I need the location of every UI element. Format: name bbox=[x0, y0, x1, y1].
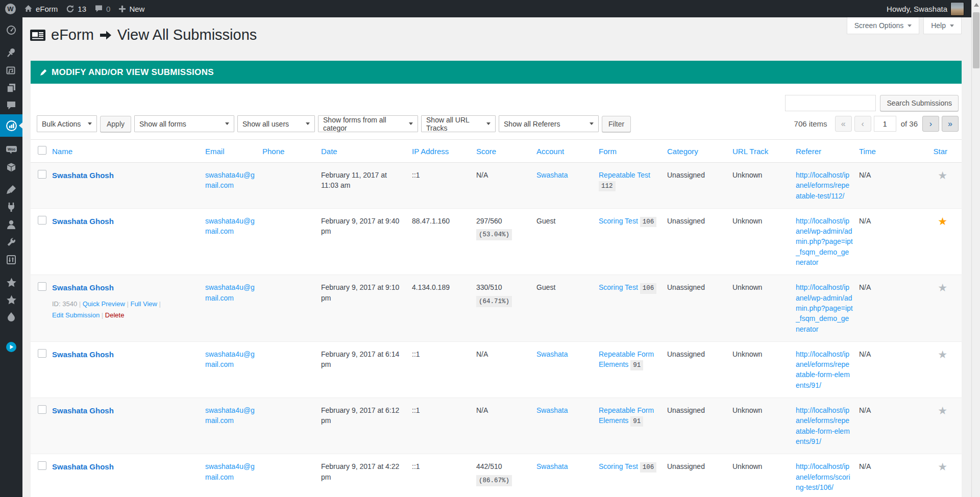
current-page-input[interactable] bbox=[874, 116, 896, 132]
account-link[interactable]: Swashata bbox=[536, 462, 568, 470]
new-content-menu[interactable]: New bbox=[118, 0, 144, 17]
row-checkbox[interactable] bbox=[38, 461, 46, 470]
page-scrollbar[interactable] bbox=[971, 0, 980, 497]
submission-name-link[interactable]: Swashata Ghosh bbox=[52, 283, 114, 292]
sidebar-item-users[interactable] bbox=[0, 215, 22, 234]
column-header-date[interactable]: Date bbox=[321, 140, 412, 163]
apply-button[interactable]: Apply bbox=[100, 116, 131, 132]
full-view-link[interactable]: Full View bbox=[130, 300, 157, 308]
scrollbar-thumb[interactable] bbox=[973, 12, 979, 68]
column-header-category[interactable]: Category bbox=[667, 140, 732, 163]
submission-name-link[interactable]: Swashata Ghosh bbox=[52, 462, 114, 471]
email-link[interactable]: swashata4u@gmail.com bbox=[205, 283, 255, 302]
referer-link[interactable]: http://localhost/ipanel/eforms/repeatabl… bbox=[796, 350, 850, 389]
submission-name-link[interactable]: Swashata Ghosh bbox=[52, 350, 114, 359]
column-header-email[interactable]: Email bbox=[205, 140, 262, 163]
sidebar-item-appearance[interactable] bbox=[0, 181, 22, 199]
row-checkbox[interactable] bbox=[38, 349, 46, 358]
star-icon[interactable]: ★ bbox=[938, 461, 947, 473]
form-link[interactable]: Scoring Test bbox=[599, 283, 640, 291]
help-button[interactable]: Help bbox=[923, 17, 962, 34]
column-header-score[interactable]: Score bbox=[476, 140, 536, 163]
forms-filter-select[interactable]: Show all forms bbox=[134, 115, 234, 132]
column-header-account[interactable]: Account bbox=[536, 140, 599, 163]
prev-page-button[interactable]: ‹ bbox=[854, 116, 871, 132]
sidebar-item-posts[interactable] bbox=[0, 43, 22, 62]
form-link[interactable]: Repeatable Form Elements bbox=[599, 406, 654, 425]
account-link[interactable]: Swashata bbox=[536, 406, 568, 414]
column-header-time[interactable]: Time bbox=[859, 140, 913, 163]
sidebar-item-eform-active[interactable] bbox=[0, 114, 22, 137]
account-link[interactable]: Swashata bbox=[536, 171, 568, 179]
screen-options-button[interactable]: Screen Options bbox=[847, 17, 920, 34]
row-checkbox[interactable] bbox=[38, 282, 46, 291]
url-tracks-filter-select[interactable]: Show all URL Tracks bbox=[421, 115, 496, 132]
referer-link[interactable]: http://localhost/ipanel/wp-admin/admin.p… bbox=[796, 217, 853, 266]
email-link[interactable]: swashata4u@gmail.com bbox=[205, 217, 255, 235]
quick-preview-link[interactable]: Quick Preview bbox=[83, 300, 125, 308]
email-link[interactable]: swashata4u@gmail.com bbox=[205, 350, 255, 368]
search-input[interactable] bbox=[785, 95, 876, 111]
star-icon[interactable]: ★ bbox=[938, 169, 947, 181]
row-checkbox[interactable] bbox=[38, 216, 46, 225]
email-link[interactable]: swashata4u@gmail.com bbox=[205, 462, 255, 481]
row-checkbox[interactable] bbox=[38, 170, 46, 179]
column-header-name[interactable]: Name bbox=[52, 140, 205, 163]
my-account-menu[interactable]: Howdy, Swashata bbox=[887, 0, 964, 17]
bulk-actions-select[interactable]: Bulk Actions bbox=[37, 115, 97, 132]
last-page-button[interactable]: » bbox=[942, 116, 959, 132]
referer-link[interactable]: http://localhost/ipanel/eforms/scoring-t… bbox=[796, 462, 850, 491]
column-header-referer[interactable]: Referer bbox=[796, 140, 859, 163]
column-header-form[interactable]: Form bbox=[599, 140, 667, 163]
star-icon[interactable]: ★ bbox=[938, 405, 947, 416]
sidebar-item-dashboard[interactable] bbox=[0, 21, 22, 39]
account-link[interactable]: Swashata bbox=[536, 350, 568, 358]
form-link[interactable]: Repeatable Form Elements bbox=[599, 350, 654, 368]
submission-name-link[interactable]: Swashata Ghosh bbox=[52, 406, 114, 415]
sidebar-item-tools[interactable] bbox=[0, 233, 22, 252]
sidebar-item-comments[interactable] bbox=[0, 96, 22, 114]
sidebar-item-plugins[interactable] bbox=[0, 198, 22, 216]
submission-name-link[interactable]: Swashata Ghosh bbox=[52, 217, 114, 226]
submission-name-link[interactable]: Swashata Ghosh bbox=[52, 171, 114, 180]
sidebar-item-favorite-1[interactable] bbox=[0, 274, 22, 292]
column-header-phone[interactable]: Phone bbox=[262, 140, 321, 163]
star-icon[interactable]: ★ bbox=[938, 349, 947, 360]
referers-filter-select[interactable]: Show all Referers bbox=[499, 115, 599, 132]
star-icon[interactable]: ★ bbox=[938, 282, 947, 293]
form-link[interactable]: Repeatable Test bbox=[599, 171, 650, 179]
filter-button[interactable]: Filter bbox=[602, 116, 631, 132]
form-link[interactable]: Scoring Test bbox=[599, 217, 640, 225]
referer-link[interactable]: http://localhost/ipanel/wp-admin/admin.p… bbox=[796, 283, 853, 333]
site-link[interactable]: eForm bbox=[24, 0, 58, 17]
referer-link[interactable]: http://localhost/ipanel/eforms/repeatabl… bbox=[796, 406, 850, 445]
sidebar-item-droplet[interactable] bbox=[0, 308, 22, 326]
categories-filter-select[interactable]: Show forms from all categor bbox=[318, 115, 418, 132]
delete-link[interactable]: Delete bbox=[105, 311, 125, 319]
users-filter-select[interactable]: Show all users bbox=[237, 115, 315, 132]
wordpress-logo-menu[interactable]: W bbox=[5, 0, 16, 17]
column-header-star[interactable]: Star bbox=[913, 140, 962, 163]
comments-link[interactable]: 0 bbox=[94, 0, 110, 17]
column-header-ip-address[interactable]: IP Address bbox=[412, 140, 476, 163]
email-link[interactable]: swashata4u@gmail.com bbox=[205, 171, 255, 189]
edit-submission-link[interactable]: Edit Submission bbox=[52, 311, 100, 319]
sidebar-item-settings[interactable] bbox=[0, 251, 22, 269]
next-page-button[interactable]: › bbox=[922, 116, 939, 132]
referer-link[interactable]: http://localhost/ipanel/eforms/repeatabl… bbox=[796, 171, 849, 200]
updates-link[interactable]: 13 bbox=[66, 0, 86, 17]
sidebar-item-favorite-2[interactable] bbox=[0, 291, 22, 309]
search-submissions-button[interactable]: Search Submissions bbox=[880, 95, 959, 111]
column-header-url-track[interactable]: URL Track bbox=[732, 140, 796, 163]
sidebar-item-pages[interactable] bbox=[0, 79, 22, 97]
sidebar-item-media[interactable] bbox=[0, 61, 22, 80]
select-all-checkbox[interactable] bbox=[38, 146, 46, 155]
sidebar-item-play[interactable] bbox=[0, 338, 22, 356]
star-icon[interactable]: ★ bbox=[938, 215, 947, 227]
first-page-button[interactable]: « bbox=[835, 116, 852, 132]
sidebar-item-products[interactable] bbox=[0, 158, 22, 177]
sidebar-item-woocommerce[interactable]: Woo bbox=[0, 140, 22, 159]
row-checkbox[interactable] bbox=[38, 405, 46, 414]
email-link[interactable]: swashata4u@gmail.com bbox=[205, 406, 255, 425]
form-link[interactable]: Scoring Test bbox=[599, 462, 640, 470]
